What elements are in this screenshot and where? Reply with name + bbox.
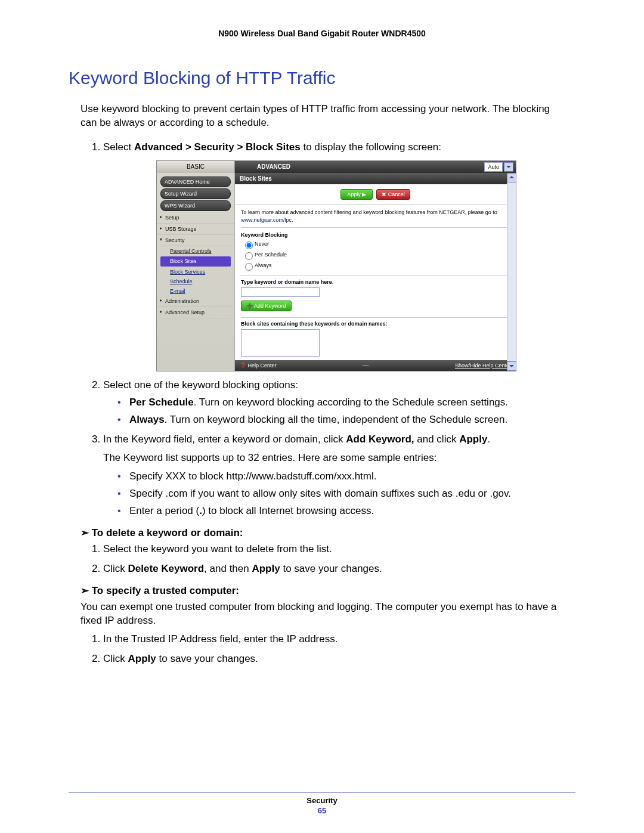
- sample-period-post: ) to block all Internet browsing access.: [202, 505, 374, 516]
- page-footer: Security 65: [69, 792, 575, 815]
- per-schedule-rest: . Turn on keyword blocking according to …: [194, 397, 508, 408]
- tab-advanced[interactable]: ADVANCED: [235, 161, 312, 173]
- proc-trusted-intro: You can exempt one trusted computer from…: [80, 600, 564, 628]
- block-list-header: Block sites containing these keywords or…: [241, 317, 510, 327]
- tab-basic[interactable]: BASIC: [157, 161, 235, 173]
- sidebar-item-advanced-setup[interactable]: Advanced Setup: [157, 307, 234, 318]
- step-3-b1: Add Keyword,: [346, 433, 414, 445]
- sample-com: Specify .com if you want to allow only s…: [117, 487, 569, 501]
- proc-delete-2-pre: Click: [103, 563, 128, 574]
- proc-delete-2-post: to save your changes.: [280, 563, 382, 574]
- footer-rule: [69, 792, 575, 792]
- step-3-plain: The Keyword list supports up to 32 entri…: [103, 451, 569, 465]
- scrollbar[interactable]: [507, 173, 516, 371]
- proc-trusted-title: To specify a trusted computer:: [80, 584, 564, 597]
- sidebar-block-sites[interactable]: Block Sites: [160, 256, 231, 266]
- sidebar-schedule[interactable]: Schedule: [157, 277, 234, 286]
- sidebar-item-security[interactable]: Security: [157, 235, 234, 246]
- sidebar-advanced-home[interactable]: ADVANCED Home: [160, 176, 231, 187]
- step-1: Select Advanced > Security > Block Sites…: [103, 141, 569, 372]
- block-list-box[interactable]: [241, 329, 320, 357]
- radio-always-label: Always: [255, 262, 272, 268]
- proc-delete-step-1: Select the keyword you want to delete fr…: [103, 543, 569, 556]
- radio-per-schedule[interactable]: Per Schedule: [242, 250, 510, 260]
- proc-trusted-step-2: Click Apply to save your changes.: [103, 652, 569, 666]
- keyword-blocking-title: Keyword Blocking: [241, 231, 510, 239]
- step-1-path: Advanced > Security > Block Sites: [134, 141, 301, 153]
- keyword-input[interactable]: [241, 287, 320, 297]
- sample-period: Enter a period (.) to block all Internet…: [117, 504, 569, 518]
- per-schedule-bold: Per Schedule: [129, 397, 194, 408]
- step-1-pre: Select: [103, 141, 134, 153]
- always-rest: . Turn on keyword blocking all the time,…: [165, 414, 508, 425]
- footer-chapter: Security: [69, 796, 575, 805]
- proc-delete-2-b1: Delete Keyword: [128, 563, 205, 574]
- type-keyword-header: Type keyword or domain name here.: [241, 275, 510, 286]
- sidebar-item-admin[interactable]: Administration: [157, 296, 234, 307]
- proc-trusted-2-pre: Click: [103, 653, 128, 664]
- auto-button[interactable]: Auto: [484, 162, 503, 172]
- proc-delete-2-b2: Apply: [252, 563, 280, 574]
- sidebar-parental-controls[interactable]: Parental Controls: [157, 246, 234, 256]
- sidebar-block-services[interactable]: Block Services: [157, 267, 234, 277]
- step-2: Select one of the keyword blocking optio…: [103, 379, 569, 427]
- radio-per-schedule-label: Per Schedule: [255, 252, 287, 258]
- scroll-down-icon[interactable]: [507, 361, 516, 371]
- help-center[interactable]: ❓ Help Center: [240, 362, 277, 369]
- sidebar: ADVANCED Home Setup Wizard WPS Wizard Se…: [157, 173, 235, 371]
- sample-xxx: Specify XXX to block http://www.badstuff…: [117, 470, 569, 484]
- sidebar-setup-wizard[interactable]: Setup Wizard: [160, 188, 231, 199]
- proc-delete-2-mid: , and then: [204, 563, 252, 574]
- proc-trusted-2-b: Apply: [128, 653, 156, 664]
- footer-page-number: 65: [69, 806, 575, 815]
- tab-filler: [312, 161, 475, 173]
- sample-period-pre: Enter a period (: [129, 505, 199, 516]
- product-header: N900 Wireless Dual Band Gigabit Router W…: [69, 29, 575, 38]
- always-bold: Always: [129, 414, 165, 425]
- router-screenshot: BASIC ADVANCED Auto ADVANCED Home Setup …: [156, 160, 516, 372]
- proc-trusted-2-post: to save your changes.: [156, 653, 258, 664]
- radio-never[interactable]: Never: [242, 240, 510, 249]
- step-3-mid: and click: [414, 433, 460, 445]
- sidebar-item-setup[interactable]: Setup: [157, 212, 234, 224]
- step-3-pre: In the Keyword field, enter a keyword or…: [103, 433, 346, 445]
- apply-button[interactable]: Apply ▶: [340, 189, 373, 200]
- step-2-text: Select one of the keyword blocking optio…: [103, 379, 298, 391]
- step-3: In the Keyword field, enter a keyword or…: [103, 433, 569, 518]
- sidebar-email[interactable]: E-mail: [157, 286, 234, 296]
- cancel-button[interactable]: ✖ Cancel: [376, 189, 410, 200]
- add-keyword-button[interactable]: ➕ Add Keyword: [241, 301, 292, 311]
- sidebar-wps-wizard[interactable]: WPS Wizard: [160, 200, 231, 211]
- page-title: Keyword Blocking of HTTP Traffic: [69, 68, 575, 88]
- step-2-opt-per-schedule: Per Schedule. Turn on keyword blocking a…: [117, 396, 569, 410]
- sidebar-item-usb[interactable]: USB Storage: [157, 224, 234, 235]
- auto-dropdown-icon[interactable]: [504, 162, 513, 172]
- intro-paragraph: Use keyword blocking to prevent certain …: [80, 103, 564, 130]
- proc-trusted-step-1: In the Trusted IP Address field, enter t…: [103, 633, 569, 646]
- radio-never-label: Never: [255, 241, 269, 247]
- panel-note: To learn more about advanced content fil…: [241, 209, 510, 227]
- step-2-opt-always: Always. Turn on keyword blocking all the…: [117, 413, 569, 427]
- step-1-post: to display the following screen:: [301, 141, 441, 153]
- panel-title: Block Sites: [235, 173, 516, 185]
- panel-note-link[interactable]: www.netgear.com/lpc: [241, 217, 292, 223]
- step-3-b2: Apply: [459, 433, 487, 445]
- scroll-up-icon[interactable]: [507, 173, 516, 182]
- panel-note-text: To learn more about advanced content fil…: [241, 209, 497, 215]
- proc-delete-title: To delete a keyword or domain:: [80, 527, 564, 539]
- radio-always[interactable]: Always: [242, 261, 510, 271]
- proc-delete-step-2: Click Delete Keyword, and then Apply to …: [103, 562, 569, 576]
- show-hide-help[interactable]: Show/Hide Help Center: [455, 362, 511, 369]
- resize-handle-icon[interactable]: ━━: [351, 362, 380, 369]
